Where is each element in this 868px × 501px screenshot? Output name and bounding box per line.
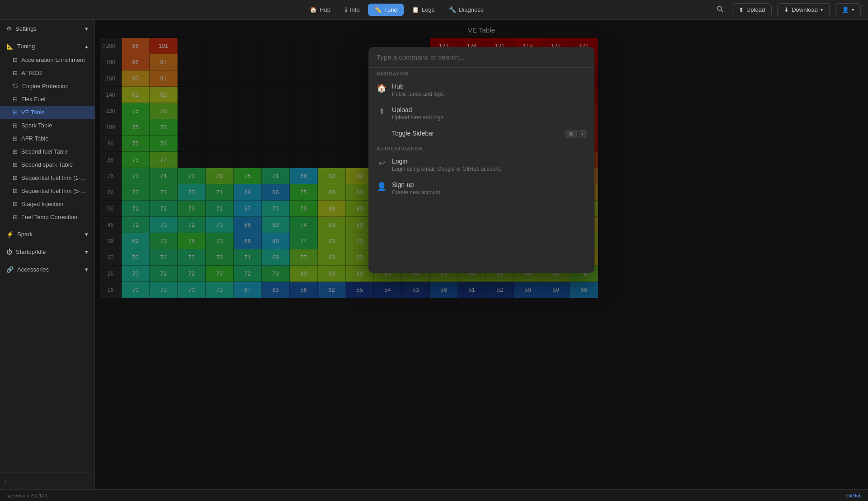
cmd-login-title: Login — [392, 158, 501, 165]
nav-logs-label: Logs — [422, 6, 434, 13]
spark-group[interactable]: ⚡ Spark ▾ — [0, 227, 94, 241]
top-nav: 🏠 Hub ℹ Info ✏️ Tune 📋 Logs 🔧 Diagnose ⬆… — [0, 0, 868, 20]
download-chevron-icon: ▾ — [821, 7, 823, 12]
ve-table-icon: ⊞ — [13, 109, 18, 116]
svg-line-1 — [721, 10, 723, 12]
download-button[interactable]: ⬇ Download ▾ — [777, 3, 830, 16]
nav-logs-button[interactable]: 📋 Logs — [406, 4, 441, 16]
cmd-signup[interactable]: 👤 Sign-up Create new account. — [368, 177, 594, 200]
accel-label: Acceleration Enrichment — [21, 56, 85, 63]
sidebar-item-second-fuel[interactable]: ⊞ Second fuel Table — [0, 145, 94, 158]
auth-section: AUTHENTICATION ↩ Login Login using email… — [368, 143, 594, 200]
download-icon: ⬇ — [784, 6, 789, 13]
sidebar-item-seq-fuel-1[interactable]: ⊞ Sequential fuel trim (1-... — [0, 171, 94, 184]
second-fuel-icon: ⊞ — [13, 148, 18, 155]
sidebar-item-spark-table[interactable]: ⊞ Spark Table — [0, 119, 94, 132]
upload-icon: ⬆ — [739, 6, 744, 13]
flex-fuel-icon: ⊟ — [13, 96, 18, 103]
command-palette: NAVIGATION 🏠 Hub Public tunes and logs. … — [368, 47, 594, 273]
flex-fuel-label: Flex Fuel — [21, 96, 45, 103]
github-link[interactable]: GitHub — [846, 493, 862, 498]
startup-chevron-icon: ▾ — [85, 248, 88, 255]
cmd-login[interactable]: ↩ Login Login using email, Google or Git… — [368, 153, 594, 177]
cmd-toggle-title: Toggle Sidebar — [392, 130, 560, 137]
cmd-upload[interactable]: ⬆ Upload Upload tune and logs. — [368, 102, 594, 125]
staged-label: Staged Injection — [21, 201, 63, 207]
body-layout: ⚙ Settings ▾ 📐 Tuning ▴ ⊟ Acceleration E… — [0, 20, 868, 489]
shortcut-cmd-key: ⌘ — [566, 130, 577, 138]
command-palette-overlay[interactable]: NAVIGATION 🏠 Hub Public tunes and logs. … — [95, 20, 868, 489]
cmd-upload-icon: ⬆ — [377, 107, 387, 117]
sidebar-item-afr-o2[interactable]: ⊟ AFR/O2 — [0, 66, 94, 80]
upload-button[interactable]: ⬆ Upload — [732, 3, 772, 16]
startup-group[interactable]: ⏻ Startup/Idle ▾ — [0, 245, 94, 259]
cmd-signup-icon: 👤 — [377, 182, 387, 192]
sidebar-item-accel-enrichment[interactable]: ⊟ Acceleration Enrichment — [0, 53, 94, 66]
nav-info-button[interactable]: ℹ Info — [339, 4, 366, 16]
sidebar-item-fuel-temp[interactable]: ⊞ Fuel Temp Correction — [0, 211, 94, 224]
afro2-icon: ⊟ — [13, 70, 18, 76]
sidebar-item-ve-table[interactable]: ⊞ VE Table — [0, 106, 94, 119]
seq-fuel-1-icon: ⊞ — [13, 174, 18, 181]
accessories-group[interactable]: 🔗 Accessories ▾ — [0, 262, 94, 276]
second-spark-label: Second spark Table — [21, 161, 73, 168]
shortcut-backslash-key: \ — [579, 130, 586, 138]
upload-label: Upload — [746, 6, 765, 13]
sidebar-item-second-spark[interactable]: ⊞ Second spark Table — [0, 158, 94, 171]
logs-icon: 📋 — [412, 6, 419, 13]
nav-hub-button[interactable]: 🏠 Hub — [303, 4, 337, 16]
cmd-toggle-shortcut: ⌘ \ — [566, 130, 586, 138]
sidebar-item-flex-fuel[interactable]: ⊟ Flex Fuel — [0, 93, 94, 106]
nav-section: NAVIGATION 🏠 Hub Public tunes and logs. … — [368, 68, 594, 143]
startup-section: ⏻ Startup/Idle ▾ — [0, 243, 94, 261]
command-input[interactable] — [368, 47, 594, 68]
sidebar-item-afr-table[interactable]: ⊞ AFR Table — [0, 132, 94, 145]
nav-diagnose-button[interactable]: 🔧 Diagnose — [443, 4, 490, 16]
settings-icon: ⚙ — [6, 25, 12, 32]
nav-diagnose-label: Diagnose — [459, 6, 484, 13]
spark-group-label: Spark — [17, 231, 81, 238]
cmd-toggle-sidebar[interactable]: Toggle Sidebar ⌘ \ — [368, 125, 594, 143]
sidebar-collapse-button[interactable]: ‹ — [0, 473, 94, 489]
cmd-hub[interactable]: 🏠 Hub Public tunes and logs. — [368, 78, 594, 102]
settings-chevron-icon: ▾ — [85, 25, 88, 32]
diagnose-icon: 🔧 — [449, 6, 456, 13]
accessories-chevron-icon: ▾ — [85, 266, 88, 273]
accessories-label: Accessories — [17, 266, 81, 273]
spark-section: ⚡ Spark ▾ — [0, 225, 94, 243]
ve-table-label: VE Table — [21, 109, 45, 116]
main-content: VE Table ? 20096101123124121119122122180… — [95, 20, 868, 489]
engine-prot-icon: 🛡 — [13, 83, 19, 89]
settings-label: Settings — [15, 25, 81, 32]
search-button[interactable] — [714, 3, 726, 17]
accessories-icon: 🔗 — [6, 266, 14, 273]
nav-tune-label: Tune — [384, 6, 397, 13]
settings-section: ⚙ Settings ▾ — [0, 20, 94, 37]
user-button[interactable]: 👤 ▾ — [835, 3, 861, 16]
afr-table-icon: ⊞ — [13, 135, 18, 142]
nav-tune-button[interactable]: ✏️ Tune — [368, 4, 404, 16]
cmd-hub-icon: 🏠 — [377, 83, 387, 93]
spark-table-label: Spark Table — [21, 122, 52, 129]
sidebar: ⚙ Settings ▾ 📐 Tuning ▴ ⊟ Acceleration E… — [0, 20, 95, 489]
nav-info-label: Info — [350, 6, 360, 13]
nav-right: ⬆ Upload ⬇ Download ▾ 👤 ▾ — [714, 3, 861, 17]
download-label: Download — [792, 6, 818, 13]
tuning-icon: 📐 — [6, 43, 14, 50]
sidebar-item-engine-protection[interactable]: 🛡 Engine Protection — [0, 80, 94, 93]
tuning-group[interactable]: 📐 Tuning ▴ — [0, 39, 94, 53]
fuel-temp-label: Fuel Temp Correction — [21, 214, 77, 220]
sidebar-item-seq-fuel-5[interactable]: ⊞ Sequential fuel trim (5-... — [0, 184, 94, 197]
status-bar: speeduino 202103 GitHub — [0, 489, 868, 501]
afr-table-label: AFR Table — [21, 135, 48, 142]
engine-prot-label: Engine Protection — [22, 83, 69, 89]
cmd-signup-desc: Create new account. — [392, 189, 442, 196]
user-chevron-icon: ▾ — [852, 7, 854, 12]
connection-status: speeduino 202103 — [6, 493, 47, 498]
fuel-temp-icon: ⊞ — [13, 214, 18, 220]
settings-group[interactable]: ⚙ Settings ▾ — [0, 22, 94, 36]
sidebar-item-staged-injection[interactable]: ⊞ Staged Injection — [0, 197, 94, 211]
info-icon: ℹ — [345, 6, 347, 13]
spark-group-icon: ⚡ — [6, 231, 14, 238]
user-icon: 👤 — [842, 6, 849, 13]
